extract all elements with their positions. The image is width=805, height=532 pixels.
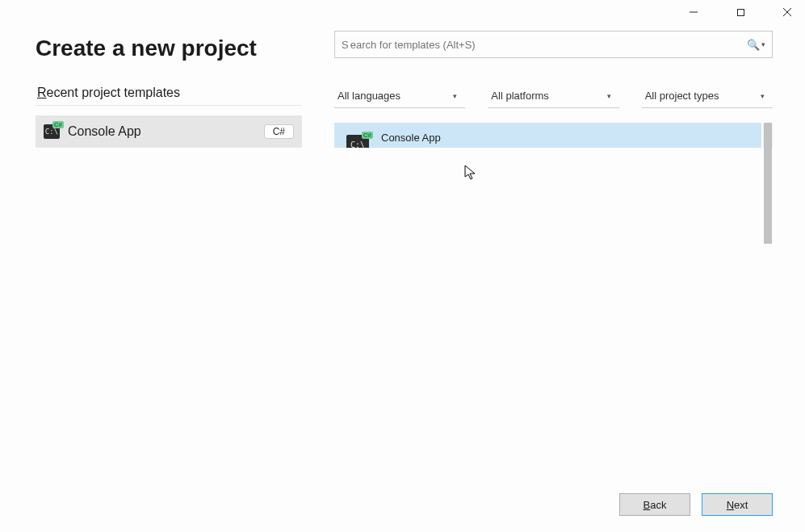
next-button[interactable]: Next [702, 493, 773, 516]
close-button[interactable] [773, 1, 802, 23]
project-list-scrollbar[interactable] [763, 123, 773, 148]
search-icon[interactable]: 🔍 [745, 39, 761, 51]
page-title: Create a new project [36, 36, 302, 61]
minimize-button[interactable] [679, 1, 708, 23]
back-button[interactable]: Back [619, 493, 690, 516]
divider [36, 105, 302, 106]
recent-item-label: Console App [68, 124, 141, 139]
chevron-down-icon: ▾ [607, 92, 611, 100]
scrollbar-thumb[interactable] [764, 123, 772, 244]
chevron-down-icon: ▾ [761, 92, 765, 100]
search-input[interactable] [342, 38, 745, 52]
project-type-filter-dropdown[interactable]: All project types ▾ [642, 84, 773, 108]
chevron-down-icon: ▾ [453, 92, 457, 100]
platform-filter-dropdown[interactable]: All platforms ▾ [488, 84, 618, 108]
maximize-button[interactable] [726, 1, 755, 23]
template-description: A project for creating a command-line ap… [381, 147, 752, 148]
console-icon: C:\C# [346, 133, 370, 148]
recent-template-item[interactable]: C:\C# Console App C# [36, 115, 302, 148]
svg-rect-1 [737, 9, 744, 15]
console-icon: C:\C# [44, 124, 60, 139]
language-filter-dropdown[interactable]: All languages ▾ [334, 84, 465, 108]
template-title: Console App [381, 132, 752, 144]
search-templates-field[interactable]: S 🔍 ▾ [334, 31, 773, 58]
language-badge: C# [264, 124, 294, 139]
project-template-item[interactable]: C:\C# Console App A project for creating… [334, 123, 761, 148]
mouse-cursor [464, 165, 477, 181]
chevron-down-icon[interactable]: ▾ [761, 40, 765, 48]
recent-templates-label: Recent project templates [37, 86, 302, 100]
